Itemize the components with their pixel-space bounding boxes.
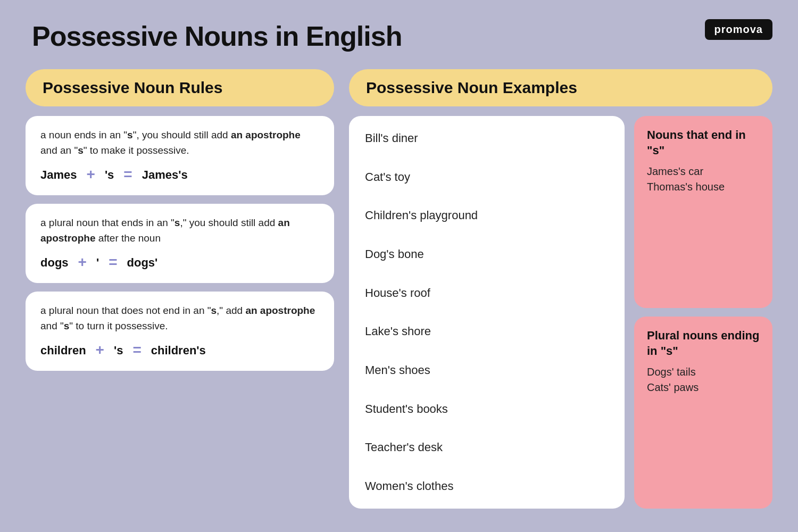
example-item-1: Bill's diner bbox=[365, 128, 609, 149]
rule3-eq-icon: = bbox=[132, 339, 141, 361]
examples-layout: Bill's diner Cat's toy Children's playgr… bbox=[349, 116, 772, 509]
promova-badge: promova bbox=[705, 19, 772, 40]
rule3-word2: 's bbox=[114, 342, 123, 359]
left-column: Possessive Noun Rules a noun ends in an … bbox=[26, 69, 334, 509]
rule1-result: James's bbox=[142, 166, 188, 184]
rule1-text: a noun ends in an "s", you should still … bbox=[40, 128, 319, 158]
side-card-2: Plural nouns ending in "s" Dogs' tails C… bbox=[634, 317, 772, 509]
rule-card-2: a plural noun that ends in an "s," you s… bbox=[26, 204, 334, 283]
example-item-5: House's roof bbox=[365, 282, 609, 304]
rule2-plus-icon: + bbox=[78, 251, 87, 273]
examples-list-card: Bill's diner Cat's toy Children's playgr… bbox=[349, 116, 625, 509]
rule2-word2: ' bbox=[96, 254, 99, 271]
side-card-1-title: Nouns that end in "s" bbox=[647, 128, 760, 158]
side-cards: Nouns that end in "s" James's car Thomas… bbox=[634, 116, 772, 509]
page-title: Possessive Nouns in English bbox=[0, 0, 798, 52]
rule2-eq-icon: = bbox=[109, 251, 117, 273]
rule3-text: a plural noun that does not end in an "s… bbox=[40, 303, 319, 334]
rule-card-3: a plural noun that does not end in an "s… bbox=[26, 292, 334, 371]
example-item-6: Lake's shore bbox=[365, 321, 609, 342]
side-card-1: Nouns that end in "s" James's car Thomas… bbox=[634, 116, 772, 308]
example-item-8: Student's books bbox=[365, 398, 609, 420]
rule-card-1: a noun ends in an "s", you should still … bbox=[26, 116, 334, 195]
rule3-word1: children bbox=[40, 342, 86, 359]
examples-header: Possessive Noun Examples bbox=[349, 69, 772, 106]
rule2-word1: dogs bbox=[40, 254, 69, 271]
side-card-1-item-2: Thomas's house bbox=[647, 181, 760, 193]
side-card-2-title: Plural nouns ending in "s" bbox=[647, 328, 760, 359]
examples-header-label: Possessive Noun Examples bbox=[366, 79, 577, 96]
rule2-result: dogs' bbox=[127, 254, 158, 271]
rules-header: Possessive Noun Rules bbox=[26, 69, 334, 106]
main-layout: Possessive Noun Rules a noun ends in an … bbox=[0, 52, 798, 526]
example-item-10: Women's clothes bbox=[365, 476, 609, 497]
example-item-2: Cat's toy bbox=[365, 167, 609, 188]
rule1-eq-icon: = bbox=[123, 163, 132, 186]
rule2-formula: dogs + ' = dogs' bbox=[40, 251, 319, 273]
rule3-formula: children + 's = children's bbox=[40, 339, 319, 361]
side-card-1-item-1: James's car bbox=[647, 165, 760, 178]
rule2-text: a plural noun that ends in an "s," you s… bbox=[40, 215, 319, 246]
side-card-2-item-1: Dogs' tails bbox=[647, 366, 760, 378]
rule1-plus-icon: + bbox=[87, 163, 95, 186]
example-item-7: Men's shoes bbox=[365, 360, 609, 381]
example-item-9: Teacher's desk bbox=[365, 437, 609, 458]
right-column: Possessive Noun Examples Bill's diner Ca… bbox=[349, 69, 772, 509]
rules-header-label: Possessive Noun Rules bbox=[43, 79, 222, 96]
example-item-4: Dog's bone bbox=[365, 244, 609, 265]
example-item-3: Children's playground bbox=[365, 205, 609, 226]
rule3-result: children's bbox=[151, 342, 206, 359]
rule1-word1: James bbox=[40, 166, 77, 184]
rule1-formula: James + 's = James's bbox=[40, 163, 319, 186]
side-card-2-item-2: Cats' paws bbox=[647, 381, 760, 394]
rule1-word2: 's bbox=[105, 166, 114, 184]
rule3-plus-icon: + bbox=[96, 339, 104, 361]
